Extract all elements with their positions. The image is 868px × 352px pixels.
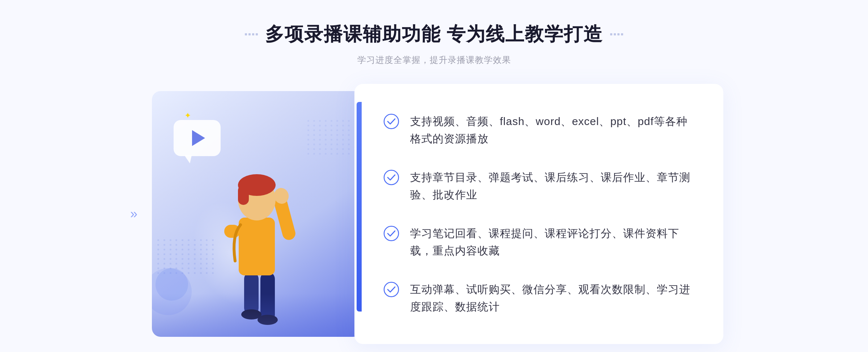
svg-point-13 [384,226,399,241]
page-container: 多项录播课辅助功能 专为线上教学打造 学习进度全掌握，提升录播课教学效果 » [0,0,868,352]
check-icon-4 [383,282,399,297]
check-icon-1 [383,113,399,129]
svg-point-14 [384,282,399,297]
illustration-card: ✦ [152,91,362,337]
svg-rect-9 [238,185,249,205]
main-title: 多项录播课辅助功能 专为线上教学打造 [265,22,603,47]
right-panel: 支持视频、音频、flash、word、excel、ppt、pdf等各种格式的资源… [354,84,723,344]
check-icon-2 [383,169,399,185]
main-content: » [145,84,723,344]
svg-point-11 [384,114,399,129]
check-icon-3 [383,226,399,241]
feature-item-2: 支持章节目录、弹题考试、课后练习、课后作业、章节测验、批改作业 [383,169,694,203]
blue-vertical-bar [357,102,362,312]
left-panel: » [145,84,362,344]
feature-item-1: 支持视频、音频、flash、word、excel、ppt、pdf等各种格式的资源… [383,113,694,147]
sparkle-decoration: ✦ [184,111,191,120]
header-section: 多项录播课辅助功能 专为线上教学打造 学习进度全掌握，提升录播课教学效果 [0,0,868,77]
title-decorator-left [245,33,258,35]
feature-item-3: 学习笔记回看、课程提问、课程评论打分、课件资料下载，重点内容收藏 [383,225,694,259]
svg-point-12 [384,170,399,185]
subtitle: 学习进度全掌握，提升录播课教学效果 [0,54,868,66]
feature-text-1: 支持视频、音频、flash、word、excel、ppt、pdf等各种格式的资源… [410,113,694,147]
feature-text-2: 支持章节目录、弹题考试、课后练习、课后作业、章节测验、批改作业 [410,169,694,203]
feature-text-3: 学习笔记回看、课程提问、课程评论打分、课件资料下载，重点内容收藏 [410,225,694,259]
feature-text-4: 互动弹幕、试听购买、微信分享、观看次数限制、学习进度跟踪、数据统计 [410,281,694,315]
arrow-left-decorator: » [130,206,137,222]
svg-rect-4 [239,218,275,275]
feature-item-4: 互动弹幕、试听购买、微信分享、观看次数限制、学习进度跟踪、数据统计 [383,281,694,315]
title-decorator-right [610,33,623,35]
bottom-gradient [152,293,362,337]
title-wrapper: 多项录播课辅助功能 专为线上教学打造 [0,22,868,47]
